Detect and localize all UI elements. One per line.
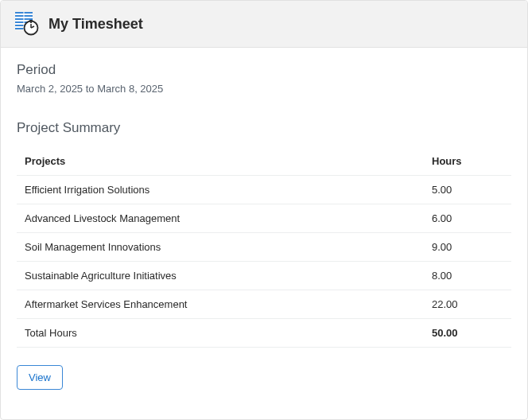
project-name-cell: Advanced Livestock Management (17, 204, 424, 233)
card-body: Period March 2, 2025 to March 8, 2025 Pr… (1, 48, 527, 404)
project-name-cell: Sustainable Agriculture Initiatives (17, 262, 424, 290)
table-row: Advanced Livestock Management6.00 (17, 204, 511, 233)
col-header-projects: Projects (17, 147, 424, 176)
col-header-hours: Hours (424, 147, 511, 176)
card-title: My Timesheet (49, 16, 143, 33)
table-row: Aftermarket Services Enhancement22.00 (17, 290, 511, 319)
table-header-row: Projects Hours (17, 147, 511, 176)
actions-row: View (17, 365, 511, 390)
total-hours-cell: 50.00 (424, 319, 511, 348)
svg-rect-9 (29, 20, 33, 21)
project-hours-cell: 5.00 (424, 176, 511, 204)
project-name-cell: Efficient Irrigation Solutions (17, 176, 424, 204)
project-summary-table: Projects Hours Efficient Irrigation Solu… (17, 147, 511, 348)
timesheet-card: My Timesheet Period March 2, 2025 to Mar… (0, 0, 528, 420)
table-row: Soil Management Innovations9.00 (17, 233, 511, 262)
project-hours-cell: 6.00 (424, 204, 511, 233)
project-hours-cell: 8.00 (424, 262, 511, 290)
project-hours-cell: 22.00 (424, 290, 511, 319)
project-name-cell: Soil Management Innovations (17, 233, 424, 262)
project-hours-cell: 9.00 (424, 233, 511, 262)
table-row: Efficient Irrigation Solutions5.00 (17, 176, 511, 204)
card-header: My Timesheet (1, 1, 527, 48)
period-label: Period (17, 62, 511, 78)
timesheet-icon (15, 12, 39, 36)
table-row: Sustainable Agriculture Initiatives8.00 (17, 262, 511, 290)
total-row: Total Hours50.00 (17, 319, 511, 348)
period-text: March 2, 2025 to March 8, 2025 (17, 83, 511, 95)
summary-title: Project Summary (17, 120, 511, 136)
project-name-cell: Aftermarket Services Enhancement (17, 290, 424, 319)
view-button[interactable]: View (17, 365, 63, 390)
total-label-cell: Total Hours (17, 319, 424, 348)
